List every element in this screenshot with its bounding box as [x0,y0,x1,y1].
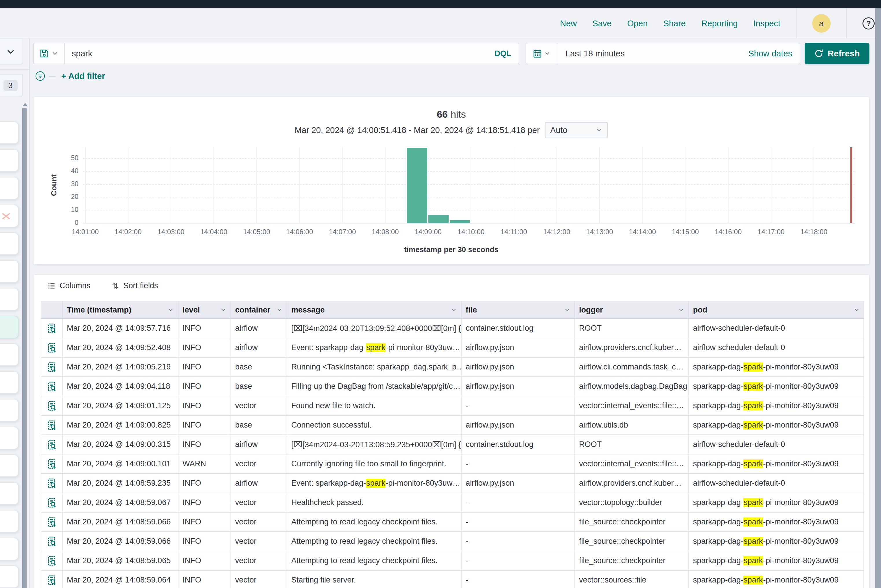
rail-scroll-up-arrow[interactable] [23,103,28,106]
column-header-logger[interactable]: logger [574,301,689,319]
avatar[interactable]: a [812,14,831,33]
expand-row-button[interactable] [41,358,62,376]
expand-row-button[interactable] [41,435,62,454]
cell-message: Event: sparkapp-dag-spark-pi-monitor-80y… [287,338,461,357]
sidebar-collapse-button[interactable] [0,39,23,64]
sidebar-panel[interactable] [0,122,18,144]
column-header-message[interactable]: message [287,301,461,319]
sidebar-panel[interactable] [0,427,18,449]
gridline [171,147,171,223]
chevron-down-icon [6,47,15,56]
cell-message: Starting file server. [287,571,461,588]
x-axis-tick: 14:05:00 [235,228,278,236]
table-row: Mar 20, 2024 @ 14:08:59.066INFOvectorAtt… [41,532,864,551]
expand-row-button[interactable] [41,319,62,338]
cell-time: Mar 20, 2024 @ 14:08:59.066 [62,513,178,531]
gridline [299,147,300,223]
sidebar-panel[interactable] [0,482,18,505]
nav-link-share[interactable]: Share [663,19,686,28]
sidebar-panel[interactable] [0,510,18,532]
sidebar-filter-count[interactable]: 3 [0,74,23,97]
expand-row-button[interactable] [41,377,62,396]
expand-row-button[interactable] [41,474,62,493]
x-axis-line [83,223,855,224]
nav-divider [846,8,847,39]
histogram-bar[interactable] [450,220,470,223]
window-scrollbar[interactable] [875,8,881,588]
nav-link-inspect[interactable]: Inspect [753,19,781,28]
show-dates-button[interactable]: Show dates [748,49,800,58]
sidebar-panel[interactable] [0,232,18,255]
columns-button[interactable]: Columns [47,281,90,290]
cell-time: Mar 20, 2024 @ 14:09:52.408 [62,338,178,357]
query-bar: DQL [33,43,519,64]
expand-row-button[interactable] [41,338,62,357]
expand-row-button[interactable] [41,551,62,570]
sidebar-panel[interactable] [0,288,18,310]
column-header-level[interactable]: level [178,301,230,319]
expand-row-button[interactable] [41,532,62,551]
sidebar-panel[interactable] [0,371,18,394]
inspect-document-icon [47,517,57,527]
cell-logger: vector::internal_events::file::… [574,454,689,473]
cell-level: INFO [178,571,230,588]
cell-file: container.stdout.log [461,319,574,338]
column-header-label: message [291,306,325,315]
quick-select-menu-button[interactable] [526,44,557,64]
sidebar-panel[interactable] [0,399,18,422]
expand-row-button[interactable] [41,416,62,435]
close-icon[interactable] [2,212,11,220]
cell-logger: vector::topology::builder [574,493,689,512]
expand-row-button[interactable] [41,493,62,512]
expand-row-button[interactable] [41,454,62,473]
cell-pod: sparkapp-dag-spark-pi-monitor-80y3uw09 [689,571,864,588]
interval-select[interactable]: Auto [545,122,608,138]
column-header-time[interactable]: Time (timestamp) [62,301,178,319]
sidebar-panel[interactable] [0,566,18,588]
filter-funnel-icon[interactable] [35,71,45,81]
x-axis-tick: 14:03:00 [150,228,192,236]
query-language-button[interactable]: DQL [487,49,519,58]
histogram-bar[interactable] [407,148,427,223]
time-range-value[interactable]: Last 18 minutes [557,49,748,58]
cell-pod: airflow-scheduler-default-0 [689,319,864,338]
sort-fields-button[interactable]: Sort fields [111,281,158,290]
cell-container: airflow [230,435,287,454]
column-header-container[interactable]: container [230,301,287,319]
sidebar-panel[interactable] [0,344,18,366]
gridline [128,147,128,223]
add-filter-button[interactable]: + Add filter [61,71,105,81]
refresh-button[interactable]: Refresh [804,43,869,64]
nav-link-new[interactable]: New [560,19,577,28]
nav-link-save[interactable]: Save [592,19,612,28]
rail-scrollbar[interactable] [22,108,27,588]
cell-file: - [461,571,574,588]
sidebar-panel[interactable] [0,316,18,338]
sidebar-panel[interactable] [0,205,18,227]
saved-query-menu-button[interactable] [34,44,65,64]
nav-link-reporting[interactable]: Reporting [701,19,738,28]
search-query-input[interactable] [65,49,487,58]
sidebar-panel[interactable] [0,177,18,200]
y-axis-tick: 30 [33,180,78,188]
cell-logger: file_source::checkpointer [574,551,689,570]
sidebar-panel[interactable] [0,260,18,283]
histogram-bar[interactable] [428,215,449,223]
y-axis-tick: 20 [33,193,78,201]
expand-row-button[interactable] [41,571,62,588]
expand-row-button[interactable] [41,396,62,415]
save-icon [40,49,49,58]
cell-container: base [230,377,287,396]
expand-row-button[interactable] [41,513,62,531]
sidebar-panel[interactable] [0,454,18,477]
sidebar-panel[interactable] [0,149,18,172]
nav-link-open[interactable]: Open [627,19,648,28]
filter-count-badge: 3 [3,80,18,91]
column-header-pod[interactable]: pod [689,301,864,319]
column-header-file[interactable]: file [461,301,574,319]
help-icon[interactable]: ? [863,17,875,30]
sidebar-panel[interactable] [0,538,18,560]
table-row: Mar 20, 2024 @ 14:08:59.066INFOvectorAtt… [41,513,864,532]
cell-time: Mar 20, 2024 @ 14:09:00.315 [62,435,178,454]
table-row: Mar 20, 2024 @ 14:09:52.408INFOairflowEv… [41,338,864,358]
